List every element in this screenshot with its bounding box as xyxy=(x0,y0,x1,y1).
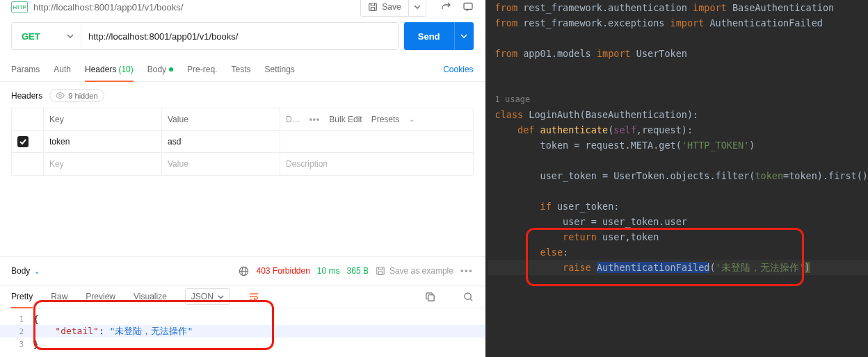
headers-table-head: Key Value D… ••• Bulk Edit Presets ⌄ xyxy=(12,108,473,131)
line-number: 3 xyxy=(0,340,31,349)
svg-rect-2 xyxy=(464,3,472,10)
presets-dropdown[interactable]: Presets ⌄ xyxy=(371,115,422,124)
svg-point-9 xyxy=(464,292,470,299)
save-button-group: Save xyxy=(360,0,426,17)
code-line: if user_token: xyxy=(488,199,868,214)
bulk-edit-link[interactable]: Bulk Edit xyxy=(329,115,362,124)
tab-params[interactable]: Params xyxy=(11,57,40,81)
hidden-headers-toggle[interactable]: 9 hidden xyxy=(49,89,104,102)
header-desc-cell[interactable] xyxy=(280,131,473,152)
tab-tests[interactable]: Tests xyxy=(231,57,250,81)
code-line: token = request.META.get('HTTP_TOKEN') xyxy=(488,138,868,153)
send-dropdown[interactable] xyxy=(454,22,474,50)
hidden-headers-label: 9 hidden xyxy=(68,92,97,100)
copy-icon[interactable] xyxy=(425,292,435,302)
wrap-lines-icon[interactable] xyxy=(248,291,259,302)
presets-label: Presets xyxy=(371,115,400,124)
tab-headers-label: Headers xyxy=(85,65,116,74)
header-key-cell[interactable]: token xyxy=(44,131,162,152)
top-icons xyxy=(440,1,474,13)
res-tab-preview[interactable]: Preview xyxy=(86,285,115,308)
code-line: from rest_framework.exceptions import Au… xyxy=(488,15,868,31)
save-button[interactable]: Save xyxy=(360,0,408,17)
new-value-input[interactable] xyxy=(168,159,274,169)
code-line xyxy=(488,153,868,168)
send-button[interactable]: Send xyxy=(404,22,454,50)
svg-rect-0 xyxy=(369,3,377,11)
col-key: Key xyxy=(44,108,162,130)
code-line: else: xyxy=(488,244,868,260)
save-as-example-label: Save as example xyxy=(389,266,453,276)
tab-auth[interactable]: Auth xyxy=(54,57,71,81)
col-desc: D… xyxy=(286,115,300,124)
body-indicator-dot-icon xyxy=(169,67,173,72)
search-icon[interactable] xyxy=(463,292,474,302)
chevron-down-icon xyxy=(218,294,224,300)
header-value-cell[interactable]: asd xyxy=(162,131,280,152)
comment-icon[interactable] xyxy=(463,1,474,13)
tab-settings[interactable]: Settings xyxy=(264,57,294,81)
headers-label: Headers xyxy=(11,91,42,101)
status-code: 403 Forbidden xyxy=(256,266,310,276)
code-line: from rest_framework.authentication impor… xyxy=(488,0,868,15)
new-desc-input[interactable] xyxy=(286,159,467,169)
code-line: 3 } xyxy=(0,338,485,350)
eye-icon xyxy=(56,91,65,100)
more-icon[interactable]: ••• xyxy=(310,115,321,124)
response-json[interactable]: 1 { 2 "detail": "未登陆，无法操作" 3 } xyxy=(0,313,485,350)
code-line: user = user_token.user xyxy=(488,214,868,229)
status-time: 10 ms xyxy=(317,266,340,276)
method-label: GET xyxy=(22,31,40,42)
response-format-label: JSON xyxy=(191,292,214,301)
request-title-bar: HTTP http://localhost:8001/app01/v1/book… xyxy=(0,0,485,17)
svg-rect-6 xyxy=(377,267,385,275)
svg-point-3 xyxy=(59,94,61,97)
headers-section: Headers 9 hidden Key Value D… ••• Bulk E… xyxy=(0,82,485,176)
code-line: def authenticate(self,request): xyxy=(488,122,868,138)
code-line: return user,token xyxy=(488,229,868,244)
response-section: Body ⌄ 403 Forbidden 10 ms 365 B Save as… xyxy=(0,256,485,357)
save-icon xyxy=(376,266,385,276)
tab-body-label: Body xyxy=(147,65,166,74)
response-status-bar: Body ⌄ 403 Forbidden 10 ms 365 B Save as… xyxy=(0,257,485,285)
code-line: user_token = UserToken.objects.filter(to… xyxy=(488,168,868,183)
save-as-example[interactable]: Save as example xyxy=(376,266,453,276)
response-body-dropdown[interactable]: Body ⌄ xyxy=(11,266,40,276)
row-checkbox[interactable] xyxy=(17,136,29,147)
tab-body[interactable]: Body xyxy=(147,57,173,81)
col-value: Value xyxy=(162,108,280,130)
chevron-down-icon xyxy=(414,3,421,10)
http-badge-icon: HTTP xyxy=(11,1,28,13)
response-more-icon[interactable]: ••• xyxy=(460,266,474,276)
tab-headers[interactable]: Headers (10) xyxy=(85,57,134,81)
method-url-group: GET xyxy=(11,22,399,50)
share-icon[interactable] xyxy=(440,1,451,13)
res-tab-pretty[interactable]: Pretty xyxy=(11,285,33,308)
res-tab-visualize[interactable]: Visualize xyxy=(134,285,167,308)
code-line: raise AuthenticationFailed('未登陆，无法操作') xyxy=(488,260,868,275)
check-icon xyxy=(19,138,26,145)
headers-section-top: Headers 9 hidden xyxy=(11,89,474,102)
tab-headers-count: (10) xyxy=(118,65,133,74)
url-input[interactable] xyxy=(81,23,398,49)
code-line: class LoginAuth(BaseAuthentication): xyxy=(488,107,868,122)
tab-prereq[interactable]: Pre-req. xyxy=(187,57,217,81)
send-button-group: Send xyxy=(404,22,474,50)
code-editor[interactable]: from rest_framework.authentication impor… xyxy=(485,0,868,275)
response-format-dropdown[interactable]: JSON xyxy=(185,288,230,305)
chevron-down-icon: ⌄ xyxy=(34,267,40,275)
save-dropdown[interactable] xyxy=(408,0,426,17)
line-number: 1 xyxy=(0,315,31,324)
table-row: token asd xyxy=(12,131,473,153)
new-key-input[interactable] xyxy=(49,159,156,169)
cookies-link[interactable]: Cookies xyxy=(443,65,473,74)
globe-icon[interactable] xyxy=(239,266,249,276)
code-line xyxy=(488,61,868,76)
table-row-empty xyxy=(12,153,473,175)
url-row: GET Send xyxy=(0,17,485,57)
headers-actions: D… ••• Bulk Edit Presets ⌄ xyxy=(280,108,473,130)
request-tabs: Params Auth Headers (10) Body Pre-req. T… xyxy=(0,57,485,82)
postman-panel: HTTP http://localhost:8001/app01/v1/book… xyxy=(0,0,485,357)
res-tab-raw[interactable]: Raw xyxy=(51,285,67,308)
method-select[interactable]: GET xyxy=(12,23,81,49)
